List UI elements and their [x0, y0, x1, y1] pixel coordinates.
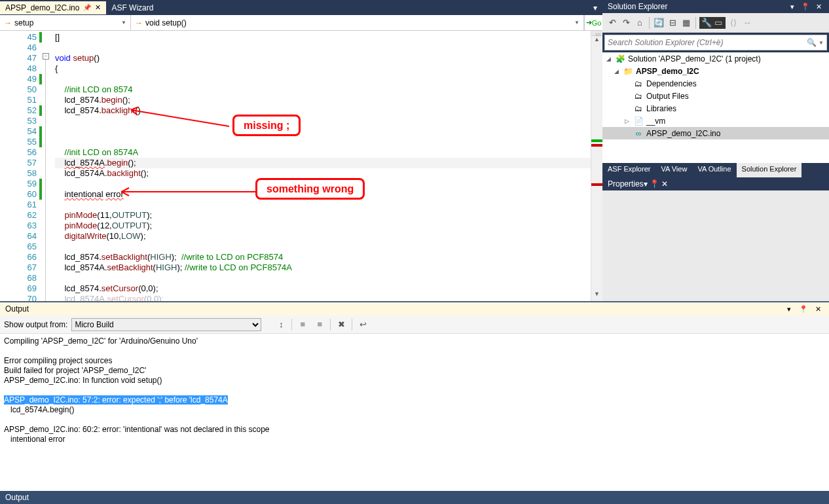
- editor-nav-bar: → setup ▼ → void setup() ▼ ➔Go: [0, 15, 602, 31]
- solution-search[interactable]: 🔍 ▼: [604, 35, 827, 50]
- close-icon[interactable]: ✕: [95, 3, 101, 12]
- refresh-icon[interactable]: 🔄: [653, 17, 665, 29]
- home-icon[interactable]: ⌂: [634, 17, 646, 29]
- solution-tab[interactable]: Solution Explorer: [737, 163, 802, 177]
- tab-overflow-button[interactable]: ▾: [588, 3, 602, 12]
- tab-label: APSP_demo_I2C.ino: [5, 3, 79, 12]
- tree-row[interactable]: 🗂Output Files: [602, 90, 829, 102]
- tree-row[interactable]: ◢🧩Solution 'APSP_demo_I2C' (1 project): [602, 52, 829, 65]
- properties-icon[interactable]: 🔧: [701, 17, 712, 29]
- output-title-bar: Output ▾ 📍 ✕: [0, 302, 829, 315]
- scope-label: setup: [14, 18, 33, 27]
- show-all-icon[interactable]: ▦: [680, 17, 692, 29]
- sync-icon: ↔: [741, 17, 753, 29]
- pin-icon[interactable]: 📍: [799, 3, 812, 10]
- output-title-label: Output: [5, 304, 29, 314]
- function-icon: →: [135, 18, 143, 27]
- member-dropdown[interactable]: → void setup() ▼: [131, 15, 584, 30]
- clear-icon[interactable]: ✖: [335, 318, 348, 331]
- solution-tab[interactable]: VA Outline: [692, 163, 736, 177]
- goto-icon[interactable]: ↕: [274, 318, 287, 331]
- panel-title: Properties: [608, 179, 644, 189]
- solution-tab[interactable]: VA View: [655, 163, 692, 177]
- chevron-down-icon: ▼: [121, 20, 126, 26]
- output-toolbar: Show output from: Micro Build ↕ ≡ ≡ ✖ ↩: [0, 315, 829, 334]
- tree-row[interactable]: ▷📄__vm: [602, 115, 829, 127]
- collapse-icon[interactable]: ⊟: [667, 17, 678, 29]
- scope-dropdown[interactable]: → setup ▼: [0, 15, 131, 30]
- panel-title: Solution Explorer: [608, 2, 667, 11]
- close-icon[interactable]: ✕: [661, 179, 668, 189]
- output-text[interactable]: Compiling 'APSP_demo_I2C' for 'Arduino/G…: [0, 334, 829, 491]
- split-handle[interactable]: ▭: [591, 31, 602, 36]
- go-button[interactable]: ➔Go: [584, 15, 602, 30]
- tree-row[interactable]: 🗂Dependencies: [602, 77, 829, 90]
- document-tab-bar: APSP_demo_I2C.ino 📌 ✕ ASF Wizard ▾: [0, 0, 602, 15]
- indent-left-icon[interactable]: ≡: [296, 318, 309, 331]
- pin-icon[interactable]: 📌: [83, 4, 91, 11]
- forward-icon[interactable]: ↷: [620, 17, 632, 29]
- properties-header: Properties ▾ 📍 ✕: [602, 177, 829, 190]
- function-icon: →: [4, 18, 12, 27]
- tab-active-file[interactable]: APSP_demo_I2C.ino 📌 ✕: [0, 1, 106, 14]
- code-content[interactable]: []void setup(){ //init LCD on 8574 lcd_8…: [39, 31, 591, 301]
- tree-row[interactable]: ◢📁APSP_demo_I2C: [602, 65, 829, 77]
- tree-row[interactable]: ∞APSP_demo_I2C.ino: [602, 127, 829, 139]
- scroll-up-button[interactable]: ▲: [591, 36, 602, 46]
- solution-search-input[interactable]: [608, 38, 807, 47]
- line-number-gutter: 4546474849505152535455565758596061626364…: [0, 31, 39, 301]
- panel-menu-icon[interactable]: ▾: [644, 179, 648, 189]
- close-icon[interactable]: ✕: [813, 305, 824, 313]
- solution-tab[interactable]: ASF Explorer: [602, 163, 655, 177]
- panel-menu-icon[interactable]: ▾: [788, 3, 796, 10]
- solution-explorer-header: Solution Explorer ▾ 📍 ✕: [602, 0, 829, 13]
- panel-menu-icon[interactable]: ▾: [784, 305, 794, 313]
- editor-scrollbar[interactable]: ▭ ▲ ▼: [591, 31, 602, 301]
- properties-body: [602, 190, 829, 301]
- code-editor[interactable]: 4546474849505152535455565758596061626364…: [0, 31, 602, 301]
- solution-toolbar: ↶ ↷ ⌂ 🔄 ⊟ ▦ 🔧 ▭ ⟨⟩ ↔: [602, 13, 829, 33]
- tree-row[interactable]: 🗂Libraries: [602, 102, 829, 115]
- outline-collapse-toggle[interactable]: −: [43, 53, 49, 60]
- output-panel: Output ▾ 📍 ✕ Show output from: Micro Bui…: [0, 301, 829, 504]
- pin-icon[interactable]: 📍: [796, 305, 811, 313]
- scroll-down-button[interactable]: ▼: [591, 291, 602, 301]
- close-icon[interactable]: ✕: [814, 3, 824, 10]
- solution-tree[interactable]: ◢🧩Solution 'APSP_demo_I2C' (1 project)◢📁…: [602, 52, 829, 163]
- output-source-dropdown[interactable]: Micro Build: [71, 318, 261, 331]
- member-label: void setup(): [145, 18, 187, 27]
- pin-icon[interactable]: 📍: [650, 179, 659, 189]
- solution-tab-strip: ASF ExplorerVA ViewVA OutlineSolution Ex…: [602, 163, 829, 177]
- show-output-from-label: Show output from:: [4, 320, 67, 329]
- nav-icon: ⟨⟩: [728, 17, 739, 29]
- wrap-icon[interactable]: ↩: [356, 318, 369, 331]
- tab-asf-wizard[interactable]: ASF Wizard: [106, 1, 158, 14]
- preview-icon[interactable]: ▭: [712, 17, 724, 29]
- tab-label: ASF Wizard: [111, 3, 153, 12]
- chevron-down-icon: ▼: [574, 20, 580, 26]
- search-chevron-icon[interactable]: ▼: [819, 40, 824, 46]
- indent-right-icon[interactable]: ≡: [313, 318, 326, 331]
- search-icon[interactable]: 🔍: [807, 38, 817, 47]
- go-arrow-icon: ➔: [586, 18, 592, 27]
- output-tab[interactable]: Output: [0, 491, 829, 504]
- back-icon[interactable]: ↶: [606, 17, 618, 29]
